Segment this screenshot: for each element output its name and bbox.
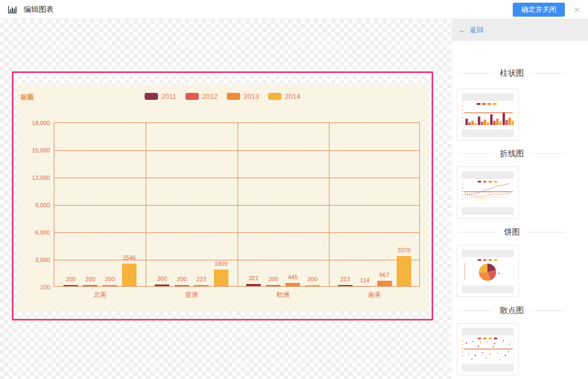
- gridline: [54, 205, 419, 206]
- divider: [458, 73, 493, 74]
- y-axis-tick-label: 15,000: [9, 147, 50, 154]
- thumb-placeholder: [462, 364, 514, 371]
- canvas-stage: 标题 2011201220132014 18,00015,00012,0009,…: [0, 19, 452, 379]
- chart-thumbnail-line[interactable]: [457, 166, 519, 218]
- divider: [458, 310, 493, 311]
- gridline: [54, 150, 419, 151]
- chart-thumbnail-pie[interactable]: [457, 245, 519, 297]
- thumb-preview: [462, 103, 514, 128]
- thumb-placeholder: [462, 171, 514, 179]
- chart-thumbnail-scatter[interactable]: [457, 323, 519, 375]
- divider: [530, 154, 565, 154]
- x-axis-category-label: 欧洲: [259, 290, 307, 300]
- gridline: [54, 232, 419, 233]
- close-icon[interactable]: ×: [571, 4, 583, 16]
- y-axis-tick-label: 3,000: [9, 257, 50, 263]
- thumb-placeholder: [462, 93, 514, 101]
- bar-value-label: 200: [298, 276, 327, 282]
- bar-chart-icon: [8, 5, 17, 14]
- gridline: [329, 123, 329, 286]
- y-axis-tick-label: 100: [9, 284, 50, 290]
- section-heading-pie: 饼图: [452, 227, 572, 237]
- legend-swatch: [145, 93, 158, 100]
- back-button[interactable]: ← 返回: [452, 19, 588, 41]
- bar-value-label: 667: [370, 272, 399, 278]
- y-axis-tick-label: 18,000: [9, 120, 50, 126]
- y-axis-tick-label: 12,000: [9, 174, 50, 181]
- gridline: [54, 260, 419, 260]
- bar: [103, 285, 117, 286]
- legend-item: 2012: [185, 92, 218, 100]
- bar: [266, 285, 281, 286]
- bar: [246, 284, 261, 286]
- bar: [305, 285, 320, 286]
- section-label: 柱状图: [500, 68, 524, 78]
- bar: [397, 256, 411, 286]
- divider: [530, 73, 565, 74]
- plot-area: 18,00015,00012,0009,0006,0003,000100北美20…: [54, 122, 420, 287]
- legend-label: 2014: [285, 92, 300, 100]
- thumb-preview: [462, 337, 514, 362]
- bar: [194, 285, 209, 286]
- back-label: 返回: [470, 25, 484, 35]
- section-label: 饼图: [504, 227, 520, 237]
- bar: [122, 264, 137, 286]
- legend-item: 2014: [268, 92, 300, 100]
- divider: [458, 154, 493, 154]
- bar: [63, 285, 78, 286]
- legend-item: 2011: [145, 92, 176, 100]
- bar: [214, 269, 228, 286]
- section-heading-bar: 柱状图: [452, 68, 572, 78]
- x-axis-category-label: 南美: [350, 290, 399, 300]
- divider: [530, 310, 565, 311]
- x-axis-category-label: 亚洲: [167, 290, 216, 300]
- bar: [285, 283, 300, 286]
- selected-chart-object[interactable]: 标题 2011201220132014 18,00015,00012,0009,…: [12, 71, 433, 320]
- legend-swatch: [268, 93, 282, 100]
- chart-type-sidebar: ← 返回 柱状图折线图饼图散点图条形图: [452, 19, 588, 379]
- chart-editor-window: 编辑图表 确定并关闭 × 标题 2011201220132014 18,0001…: [0, 0, 588, 379]
- legend-label: 2012: [202, 92, 218, 100]
- chart-thumbnail-bar[interactable]: [457, 89, 519, 141]
- gridline: [54, 178, 419, 178]
- thumb-preview: [462, 180, 514, 206]
- arrow-left-icon: ←: [458, 26, 466, 34]
- confirm-close-button[interactable]: 确定并关闭: [513, 3, 565, 17]
- thumb-placeholder: [462, 129, 514, 137]
- section-label: 散点图: [500, 305, 524, 316]
- bar-value-label: 3378: [390, 247, 419, 253]
- legend-item: 2013: [227, 92, 259, 100]
- bar: [175, 285, 189, 286]
- bar: [155, 285, 169, 286]
- bar: [83, 285, 97, 286]
- thumb-placeholder: [462, 207, 514, 215]
- section-label: 折线图: [500, 149, 524, 159]
- thumb-preview: [462, 259, 514, 284]
- section-heading-line: 折线图: [452, 148, 572, 159]
- section-heading-scatter: 散点图: [452, 305, 572, 316]
- gridline: [146, 123, 146, 286]
- legend-swatch: [227, 93, 240, 100]
- bar-value-label: 2546: [115, 254, 144, 261]
- x-axis-category-label: 北美: [76, 290, 124, 300]
- thumb-placeholder: [462, 286, 514, 293]
- chart-type-sections: 柱状图折线图饼图散点图条形图: [452, 41, 588, 379]
- legend-label: 2013: [243, 92, 259, 100]
- bar: [377, 281, 392, 286]
- header: 编辑图表 确定并关闭 ×: [0, 0, 588, 19]
- thumb-placeholder: [462, 250, 514, 257]
- legend-label: 2011: [161, 92, 176, 100]
- bar-value-label: 223: [187, 276, 216, 282]
- divider: [458, 232, 498, 232]
- divider: [527, 232, 566, 232]
- gridline: [238, 123, 238, 286]
- bar-value-label: 200: [95, 276, 124, 282]
- page-title: 编辑图表: [24, 5, 54, 14]
- bar: [338, 285, 353, 286]
- chart-legend: 2011201220132014: [13, 92, 432, 100]
- y-axis-tick-label: 9,000: [9, 202, 50, 208]
- thumb-placeholder: [462, 328, 514, 336]
- bar-value-label: 1909: [206, 260, 235, 267]
- y-axis-tick-label: 6,000: [9, 229, 50, 236]
- legend-swatch: [185, 93, 199, 100]
